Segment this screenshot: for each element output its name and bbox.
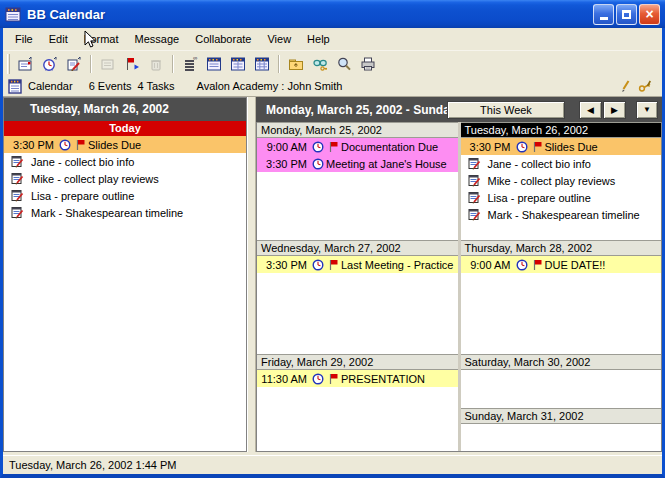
- day-header-sunday[interactable]: Sunday, March 31, 2002: [461, 408, 662, 424]
- this-week-button[interactable]: This Week: [447, 101, 565, 119]
- infobar-account: Avalon Academy : John Smith: [197, 80, 614, 92]
- menu-collaborate[interactable]: Collaborate: [187, 30, 259, 48]
- search-magnifier-icon: [335, 55, 353, 73]
- flag-icon: [75, 139, 86, 151]
- agenda-view-icon: ∞: [181, 55, 199, 73]
- menu-message[interactable]: Message: [127, 30, 188, 48]
- task-row[interactable]: Mike - collect play reviews: [461, 172, 662, 189]
- day-header-friday[interactable]: Friday, March 29, 2002: [257, 354, 458, 370]
- day-header-saturday[interactable]: Saturday, March 30, 2002: [461, 354, 662, 370]
- menu-help[interactable]: Help: [299, 30, 338, 48]
- new-alarm-icon: [41, 55, 59, 73]
- task-row[interactable]: Mark - Shakespearean timeline: [461, 206, 662, 223]
- day-header-tuesday[interactable]: Tuesday, March 26, 2002: [461, 122, 662, 138]
- task-row[interactable]: Mike - collect play reviews: [4, 170, 246, 187]
- toolbar-separator: [278, 55, 280, 73]
- new-alarm-button[interactable]: [38, 53, 62, 75]
- task-icon: [468, 208, 481, 221]
- day-body-saturday[interactable]: [461, 370, 662, 408]
- minimize-button[interactable]: [593, 4, 614, 25]
- event-presentation[interactable]: 11:30 AM PRESENTATION: [257, 370, 458, 387]
- month-view-icon: [253, 55, 271, 73]
- day-body-monday[interactable]: 9:00 AM Documentation Due 3:30 PM Meetin…: [257, 138, 458, 240]
- new-task-button[interactable]: [62, 53, 86, 75]
- event-time: 3:30 PM: [4, 139, 54, 151]
- menu-bar: File Edit Format Message Collaborate Vie…: [3, 28, 662, 50]
- flag-icon: [328, 259, 339, 271]
- folder-up-button[interactable]: [284, 53, 308, 75]
- task-row[interactable]: Jane - collect bio info: [461, 155, 662, 172]
- day-cell-friday: Friday, March 29, 2002 11:30 AM PRESENTA…: [257, 354, 461, 451]
- clock-icon: [312, 259, 324, 271]
- clock-icon: [312, 141, 324, 153]
- panel-splitter[interactable]: [247, 97, 256, 452]
- event-title: Documentation Due: [341, 141, 438, 153]
- task-row[interactable]: Mark - Shakespearean timeline: [4, 204, 246, 221]
- app-calendar-icon: [5, 6, 22, 23]
- maximize-button[interactable]: [616, 4, 637, 25]
- group-view-button[interactable]: [308, 53, 332, 75]
- status-bar: Tuesday, March 26, 2002 1:44 PM: [3, 455, 662, 474]
- month-view-button[interactable]: [250, 53, 274, 75]
- day-header-wednesday[interactable]: Wednesday, March 27, 2002: [257, 240, 458, 256]
- task-row[interactable]: Jane - collect bio info: [4, 153, 246, 170]
- week-view-button[interactable]: [226, 53, 250, 75]
- task-icon: [11, 172, 24, 185]
- day-body-wednesday[interactable]: 3:30 PM Last Meeting - Practice: [257, 256, 458, 354]
- task-row[interactable]: Lisa - prepare outline: [461, 189, 662, 206]
- close-icon: ×: [645, 7, 653, 21]
- agenda-view-button[interactable]: ∞: [178, 53, 202, 75]
- search-button[interactable]: [332, 53, 356, 75]
- day-body-sunday[interactable]: [461, 424, 662, 451]
- event-meeting-janes-house[interactable]: 3:30 PM Meeting at Jane's House: [257, 155, 458, 172]
- event-slides-due[interactable]: 3:30 PM Slides Due: [461, 138, 662, 155]
- task-icon: [11, 189, 24, 202]
- event-time: 9:00 AM: [461, 259, 511, 271]
- title-bar: BB Calendar ×: [0, 0, 665, 28]
- main-area: Tuesday, March 26, 2002 Today 3:30 PM Sl…: [3, 97, 662, 455]
- event-last-meeting-practice[interactable]: 3:30 PM Last Meeting - Practice: [257, 256, 458, 273]
- print-button[interactable]: [356, 53, 380, 75]
- right-arrow-icon: ▶: [611, 105, 618, 115]
- day-body-tuesday[interactable]: 3:30 PM Slides Due Jane - collect bio in…: [461, 138, 662, 240]
- day-cell-tuesday: Tuesday, March 26, 2002 3:30 PM Slides D…: [461, 122, 662, 240]
- day-body-friday[interactable]: 11:30 AM PRESENTATION: [257, 370, 458, 451]
- edit-event-icon: [99, 55, 117, 73]
- day-header-thursday[interactable]: Thursday, March 28, 2002: [461, 240, 662, 256]
- menu-view[interactable]: View: [259, 30, 299, 48]
- group-glasses-icon: [311, 55, 329, 73]
- task-icon: [468, 191, 481, 204]
- close-button[interactable]: ×: [639, 4, 660, 25]
- menu-file[interactable]: File: [7, 30, 41, 48]
- new-event-button[interactable]: [14, 53, 38, 75]
- today-banner: Today: [4, 121, 246, 136]
- flag-forward-icon: [123, 55, 141, 73]
- flag-forward-button[interactable]: [120, 53, 144, 75]
- event-slides-due[interactable]: 3:30 PM Slides Due: [4, 136, 246, 153]
- day-header-monday[interactable]: Monday, March 25, 2002: [257, 122, 458, 138]
- event-title: Slides Due: [88, 139, 141, 151]
- today-panel: Tuesday, March 26, 2002 Today 3:30 PM Sl…: [3, 97, 247, 452]
- clock-icon: [516, 141, 528, 153]
- week-header-bar: Monday, March 25, 2002 - Sunda This Week…: [256, 97, 662, 122]
- svg-text:∞: ∞: [193, 55, 197, 61]
- task-row[interactable]: Lisa - prepare outline: [4, 187, 246, 204]
- day-body-thursday[interactable]: 9:00 AM DUE DATE!!: [461, 256, 662, 354]
- task-label: Lisa - prepare outline: [31, 190, 134, 202]
- toolbar-separator: [172, 55, 174, 73]
- event-due-date[interactable]: 9:00 AM DUE DATE!!: [461, 256, 662, 273]
- menu-edit[interactable]: Edit: [41, 30, 76, 48]
- day-cell-weekend: Saturday, March 30, 2002 Sunday, March 3…: [461, 354, 662, 451]
- next-week-button[interactable]: ▶: [603, 101, 626, 119]
- day-view-button[interactable]: [202, 53, 226, 75]
- event-title: Slides Due: [545, 141, 598, 153]
- view-dropdown-button[interactable]: ▼: [636, 101, 658, 119]
- clock-icon: [312, 373, 324, 385]
- toolbar-grip[interactable]: [7, 54, 10, 74]
- print-icon: [359, 55, 377, 73]
- task-icon: [468, 157, 481, 170]
- prev-week-button[interactable]: ◀: [579, 101, 602, 119]
- window-body: File Edit Format Message Collaborate Vie…: [0, 28, 665, 478]
- key-icon: [638, 79, 654, 93]
- event-documentation-due[interactable]: 9:00 AM Documentation Due: [257, 138, 458, 155]
